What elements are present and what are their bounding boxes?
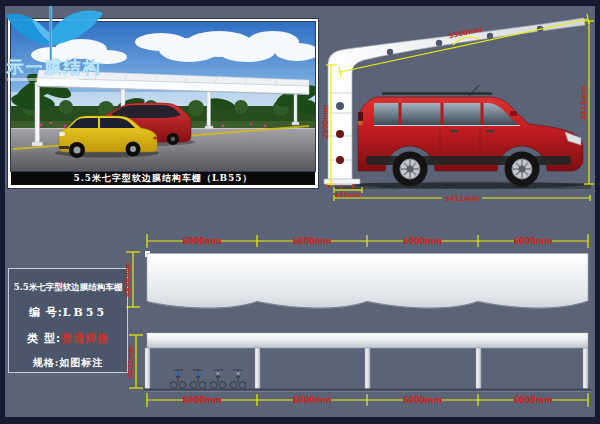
carport-column [35, 82, 40, 144]
base-plate [324, 179, 360, 184]
membrane-roof-plan [145, 251, 588, 308]
column [365, 348, 370, 389]
front-wheel [505, 152, 540, 187]
dim-right-height: 2411mm [580, 86, 588, 120]
column [583, 348, 588, 389]
bay-dim: 6000mm [183, 237, 222, 246]
bay-dim: 6000mm [403, 396, 442, 405]
side-elevation-drawing: 5500mm 2100mm 2411mm 435mm 5411mm [322, 8, 596, 206]
suv-side-view [355, 85, 585, 189]
column [476, 348, 481, 389]
bay-dim: 6000mm [293, 396, 332, 405]
plan-drawings: 6000mm 6000mm 6000mm 6000mm 4896mm [0, 225, 600, 424]
render-caption: 5.5米七字型软边膜结构车棚（LB55） [11, 171, 315, 185]
logo-subtext-bar [7, 78, 79, 81]
side-mirror [510, 111, 517, 116]
rear-wheel [393, 152, 428, 187]
bay-dim: 6000mm [403, 237, 442, 246]
bay-dim: 6000mm [293, 237, 332, 246]
bay-dim: 6000mm [514, 237, 553, 246]
dim-total-depth: 5411mm [445, 195, 479, 203]
carport-column [207, 86, 211, 128]
front-beam [147, 333, 588, 348]
dim-depth: 4896mm [124, 263, 132, 297]
front-elevation [144, 333, 591, 392]
logo-text: 示一膜结构 [6, 57, 102, 77]
design-sheet: 5.5米七字型软边膜结构车棚（LB55） 示一膜结构 [0, 0, 600, 424]
dim-front-height: 3051mm [127, 345, 135, 379]
logo-sail-icon [6, 6, 103, 62]
column [255, 348, 260, 389]
bay-dim: 6000mm [514, 396, 553, 405]
parked-bikes [170, 370, 245, 388]
dim-base-offset: 435mm [335, 191, 361, 198]
company-logo: 示一膜结构 [3, 4, 107, 88]
bay-dim: 6000mm [183, 396, 222, 405]
dim-left-height: 2100mm [322, 105, 330, 139]
column [145, 348, 150, 389]
suv-windows [374, 103, 518, 125]
